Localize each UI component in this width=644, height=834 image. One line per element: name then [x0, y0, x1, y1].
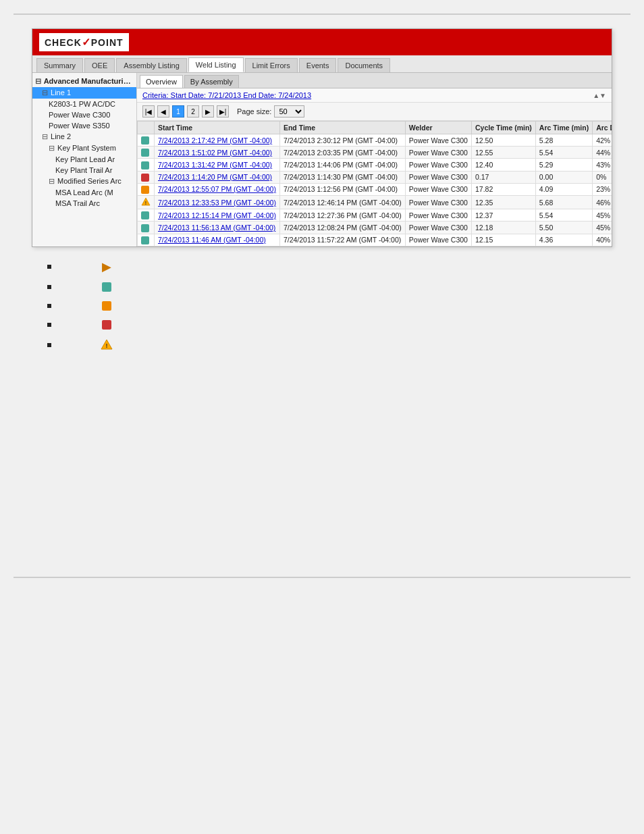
col-header-start-time[interactable]: Start Time [155, 122, 280, 134]
row-arc-time: 5.50 [535, 221, 592, 234]
row-arc-time: 5.54 [535, 209, 592, 221]
tab-events[interactable]: Events [299, 58, 337, 72]
sidebar-item-advanced-mfg[interactable]: ⊟ Advanced Manufacturing\Ch [32, 76, 136, 87]
page-1-btn[interactable]: 1 [172, 105, 184, 118]
row-arc-duty: 46% [593, 196, 612, 209]
page-first-btn[interactable]: |◀ [142, 105, 155, 118]
sidebar-item-modified-series[interactable]: ⊟ Modified Series Arc [32, 176, 136, 187]
row-start-time[interactable]: 7/24/2013 12:15:14 PM (GMT -04:00) [155, 209, 280, 221]
col-header-cycle-time[interactable]: Cycle Time (min) [471, 122, 535, 134]
table-row[interactable]: 7/24/2013 11:56:13 AM (GMT -04:00)7/24/2… [138, 221, 612, 234]
sidebar-item-key-plant-trail[interactable]: Key Plant Trail Ar [32, 165, 136, 176]
row-start-time[interactable]: 7/24/2013 12:55:07 PM (GMT -04:00) [155, 183, 280, 195]
row-icon-cell [138, 134, 155, 147]
table-row[interactable]: 7/24/2013 1:14:20 PM (GMT -04:00)7/24/20… [138, 171, 612, 183]
row-cycle-time: 12.18 [471, 221, 535, 234]
page-size-label: Page size: [237, 107, 271, 115]
col-header-welder[interactable]: Welder [405, 122, 471, 134]
page-next-btn[interactable]: ▶ [202, 105, 214, 118]
row-arc-duty: 0% [593, 171, 612, 183]
table-row[interactable]: 7/24/2013 2:17:42 PM (GMT -04:00)7/24/20… [138, 134, 612, 147]
row-end-time: 7/24/2013 12:46:14 PM (GMT -04:00) [279, 196, 405, 209]
orange-row-icon [141, 186, 149, 194]
row-end-time: 7/24/2013 2:03:35 PM (GMT -04:00) [279, 147, 405, 159]
row-start-time[interactable]: 7/24/2013 11:56:13 AM (GMT -04:00) [155, 221, 280, 234]
row-cycle-time: 17.82 [471, 183, 535, 195]
legend-item-orange [34, 301, 610, 311]
row-icon-cell [138, 209, 155, 221]
green-row-icon [141, 236, 149, 244]
pagination-bar: |◀ ◀ 1 2 ▶ ▶| Page size: 50 100 200 [137, 103, 612, 121]
legend-bullet-2 [47, 304, 51, 308]
legend-item-green [34, 282, 610, 292]
row-arc-duty: 23% [593, 183, 612, 195]
svg-text:!: ! [145, 201, 146, 205]
green-row-icon [141, 136, 149, 145]
tab-weld-listing[interactable]: Weld Listing [188, 57, 244, 72]
sidebar-item-line1[interactable]: ⊟ Line 1 [32, 87, 136, 99]
sidebar-item-pw-s350[interactable]: Power Wave S350 [32, 120, 136, 131]
legend-icon-bookmark: ▶ [99, 261, 115, 273]
row-icon-cell [138, 171, 155, 183]
table-row[interactable]: 7/24/2013 1:51:02 PM (GMT -04:00)7/24/20… [138, 147, 612, 159]
sub-tab-overview[interactable]: Overview [140, 75, 183, 88]
legend-icon-red [99, 320, 115, 330]
col-header-arc-time[interactable]: Arc Time (min) [535, 122, 592, 134]
page-last-btn[interactable]: ▶| [217, 105, 229, 118]
row-cycle-time: 12.35 [471, 196, 535, 209]
top-border [14, 14, 630, 15]
criteria-text[interactable]: Criteria: Start Date: 7/21/2013 End Date… [142, 91, 311, 99]
sidebar-item-key-plant-lead[interactable]: Key Plant Lead Ar [32, 154, 136, 165]
page-size-select[interactable]: 50 100 200 [274, 105, 304, 118]
tab-limit-errors[interactable]: Limit Errors [245, 58, 298, 72]
row-arc-time: 5.29 [535, 159, 592, 171]
row-arc-time: 5.54 [535, 147, 592, 159]
sidebar-item-line2[interactable]: ⊟ Line 2 [32, 131, 136, 142]
row-start-time[interactable]: 7/24/2013 1:51:02 PM (GMT -04:00) [155, 147, 280, 159]
col-header-end-time[interactable]: End Time [279, 122, 405, 134]
tab-assembly-listing[interactable]: Assembly Listing [116, 58, 187, 72]
weld-table: Start Time End Time Welder Cycle Time (m… [137, 121, 612, 246]
row-arc-time: 4.36 [535, 234, 592, 246]
sub-tabs: Overview By Assembly [137, 73, 612, 88]
warning-row-icon: ! [141, 197, 151, 206]
row-start-time[interactable]: 7/24/2013 11:46 AM (GMT -04:00) [155, 234, 280, 246]
row-arc-time: 5.28 [535, 134, 592, 147]
page-2-btn[interactable]: 2 [187, 105, 199, 118]
row-start-time[interactable]: 7/24/2013 2:17:42 PM (GMT -04:00) [155, 134, 280, 147]
sidebar-item-key-plant[interactable]: ⊟ Key Plant System [32, 142, 136, 154]
row-end-time: 7/24/2013 12:08:24 PM (GMT -04:00) [279, 221, 405, 234]
table-row[interactable]: 7/24/2013 11:46 AM (GMT -04:00)7/24/2013… [138, 234, 612, 246]
expand-icon-5: ⊟ [42, 132, 49, 141]
sidebar-item-pw-c300[interactable]: Power Wave C300 [32, 109, 136, 120]
sidebar-item-msa-trail[interactable]: MSA Trail Arc [32, 198, 136, 209]
tab-summary[interactable]: Summary [36, 58, 83, 72]
page-prev-btn[interactable]: ◀ [157, 105, 169, 118]
criteria-bar: Criteria: Start Date: 7/21/2013 End Date… [137, 88, 612, 103]
sidebar-item-msa-lead[interactable]: MSA Lead Arc (M [32, 187, 136, 198]
expand-icon-9: ⊟ [49, 177, 55, 186]
row-icon-cell [138, 183, 155, 195]
expand-icon-0: ⊟ [35, 77, 42, 86]
table-row[interactable]: 7/24/2013 1:31:42 PM (GMT -04:00)7/24/20… [138, 159, 612, 171]
legend-item-red [34, 320, 610, 330]
table-row[interactable]: !7/24/2013 12:33:53 PM (GMT -04:00)7/24/… [138, 196, 612, 209]
row-arc-duty: 45% [593, 209, 612, 221]
row-end-time: 7/24/2013 12:27:36 PM (GMT -04:00) [279, 209, 405, 221]
row-arc-time: 5.68 [535, 196, 592, 209]
main-content: ⊟ Advanced Manufacturing\Ch ⊟ Line 1 K28… [32, 73, 612, 246]
row-welder: Power Wave C300 [405, 234, 471, 246]
orange-square-icon [102, 301, 111, 311]
sidebar-item-k2803[interactable]: K2803-1 PW AC/DC [32, 99, 136, 109]
row-welder: Power Wave C300 [405, 159, 471, 171]
tab-oee[interactable]: OEE [84, 58, 115, 72]
row-start-time[interactable]: 7/24/2013 1:31:42 PM (GMT -04:00) [155, 159, 280, 171]
tab-documents[interactable]: Documents [338, 58, 390, 72]
row-cycle-time: 12.40 [471, 159, 535, 171]
row-start-time[interactable]: 7/24/2013 12:33:53 PM (GMT -04:00) [155, 196, 280, 209]
sub-tab-by-assembly[interactable]: By Assembly [184, 75, 239, 88]
col-header-arc-duty[interactable]: Arc Duty Cycle [593, 122, 612, 134]
table-row[interactable]: 7/24/2013 12:15:14 PM (GMT -04:00)7/24/2… [138, 209, 612, 221]
row-start-time[interactable]: 7/24/2013 1:14:20 PM (GMT -04:00) [155, 171, 280, 183]
table-row[interactable]: 7/24/2013 12:55:07 PM (GMT -04:00)7/24/2… [138, 183, 612, 195]
